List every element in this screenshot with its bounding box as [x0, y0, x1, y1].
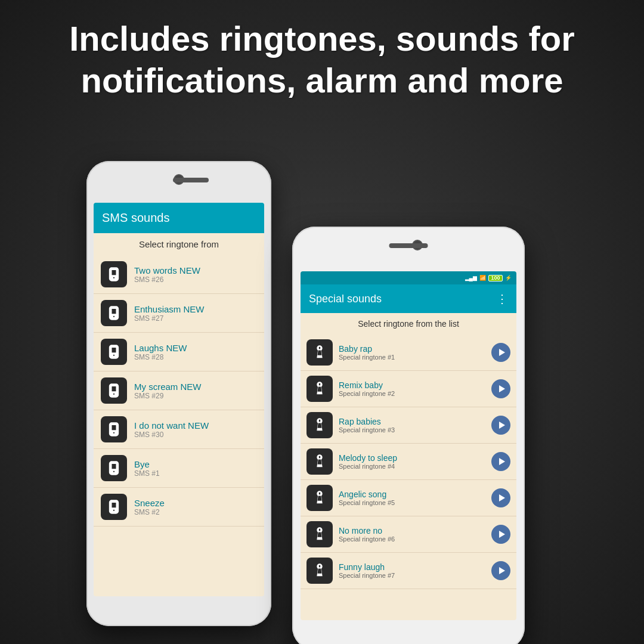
special-item-3[interactable]: Melody to sleep Special ringtone #4 — [301, 444, 516, 480]
sms-item-text-4: I do not want NEW SMS #30 — [134, 420, 257, 439]
sms-item-6[interactable]: Sneeze SMS #2 — [94, 488, 264, 527]
sms-item-text-2: Laughs NEW SMS #28 — [134, 343, 257, 361]
special-item-icon-2 — [306, 412, 333, 438]
special-app-bar: Special sounds ⋮ — [301, 284, 516, 313]
sms-item-subtitle-5: SMS #1 — [134, 469, 257, 478]
special-item-title-6: Funny laugh — [339, 562, 485, 572]
special-item-icon-6 — [306, 558, 333, 584]
sms-item-title-5: Bye — [134, 459, 257, 469]
phone2-shell: ▂▄▆ 📶 100 ⚡ Special sounds ⋮ Select ring… — [292, 227, 525, 644]
sms-list-header: Select ringtone from — [94, 233, 264, 255]
sms-item-text-1: Enthusiasm NEW SMS #27 — [134, 304, 257, 323]
sms-item-icon-4 — [101, 416, 127, 442]
sms-item-subtitle-0: SMS #26 — [134, 275, 257, 284]
special-item-title-2: Rap babies — [339, 417, 485, 426]
more-options-icon[interactable]: ⋮ — [496, 292, 508, 306]
sms-item-subtitle-6: SMS #2 — [134, 508, 257, 516]
special-item-title-1: Remix baby — [339, 380, 485, 390]
phone1-screen: SMS sounds Select ringtone from Two word… — [94, 203, 264, 596]
phone1-shell: SMS sounds Select ringtone from Two word… — [86, 161, 271, 626]
special-item-text-2: Rap babies Special ringtone #3 — [339, 417, 485, 434]
special-item-1[interactable]: Remix baby Special ringtone #2 — [301, 371, 516, 407]
phone2: ▂▄▆ 📶 100 ⚡ Special sounds ⋮ Select ring… — [292, 227, 525, 644]
phone2-screen: ▂▄▆ 📶 100 ⚡ Special sounds ⋮ Select ring… — [301, 271, 516, 620]
sms-item-subtitle-1: SMS #27 — [134, 314, 257, 323]
special-item-icon-3 — [306, 448, 333, 475]
play-button-4[interactable] — [491, 488, 510, 507]
special-item-subtitle-6: Special ringtone #7 — [339, 572, 485, 579]
play-button-3[interactable] — [491, 452, 510, 471]
sms-item-text-6: Sneeze SMS #2 — [134, 498, 257, 516]
special-item-icon-0 — [306, 339, 333, 366]
special-item-text-0: Baby rap Special ringtone #1 — [339, 344, 485, 361]
special-item-text-1: Remix baby Special ringtone #2 — [339, 380, 485, 397]
special-item-2[interactable]: Rap babies Special ringtone #3 — [301, 407, 516, 444]
sms-item-icon-1 — [101, 300, 127, 326]
header-line1: Includes ringtones, sounds for — [69, 19, 575, 58]
header-line2: notifications, alarm and more — [81, 61, 564, 100]
special-item-5[interactable]: No more no Special ringtone #6 — [301, 516, 516, 553]
sms-item-subtitle-4: SMS #30 — [134, 431, 257, 439]
play-button-1[interactable] — [491, 379, 510, 398]
special-item-icon-1 — [306, 376, 333, 402]
header-text: Includes ringtones, sounds for notificat… — [0, 18, 644, 101]
sms-item-2[interactable]: Laughs NEW SMS #28 — [94, 333, 264, 371]
special-item-title-4: Angelic song — [339, 490, 485, 499]
phone1-speaker — [173, 178, 209, 182]
special-item-subtitle-5: Special ringtone #6 — [339, 535, 485, 543]
sms-item-subtitle-2: SMS #28 — [134, 353, 257, 361]
sms-item-4[interactable]: I do not want NEW SMS #30 — [94, 410, 264, 449]
play-button-2[interactable] — [491, 416, 510, 435]
special-item-0[interactable]: Baby rap Special ringtone #1 — [301, 335, 516, 371]
special-item-subtitle-2: Special ringtone #3 — [339, 426, 485, 434]
special-item-text-5: No more no Special ringtone #6 — [339, 526, 485, 543]
play-button-5[interactable] — [491, 525, 510, 544]
special-item-subtitle-1: Special ringtone #2 — [339, 390, 485, 397]
special-item-title-3: Melody to sleep — [339, 453, 485, 463]
sms-item-icon-0 — [101, 261, 127, 287]
special-item-text-4: Angelic song Special ringtone #5 — [339, 490, 485, 506]
sms-item-title-4: I do not want NEW — [134, 420, 257, 431]
special-item-6[interactable]: Funny laugh Special ringtone #7 — [301, 553, 516, 589]
play-button-6[interactable] — [491, 561, 510, 580]
sms-item-subtitle-3: SMS #29 — [134, 392, 257, 400]
charge-icon: ⚡ — [505, 275, 512, 281]
sms-app-bar-title: SMS sounds — [102, 211, 169, 225]
special-item-title-0: Baby rap — [339, 344, 485, 354]
special-item-icon-4 — [306, 485, 333, 511]
sms-item-icon-5 — [101, 455, 127, 481]
special-item-text-6: Funny laugh Special ringtone #7 — [339, 562, 485, 579]
sms-item-text-3: My scream NEW SMS #29 — [134, 382, 257, 400]
sms-item-title-6: Sneeze — [134, 498, 257, 508]
sms-item-title-2: Laughs NEW — [134, 343, 257, 353]
special-item-title-5: No more no — [339, 526, 485, 535]
sms-item-text-0: Two words NEW SMS #26 — [134, 265, 257, 284]
special-list-header: Select ringtone from the list — [301, 313, 516, 335]
sms-item-title-1: Enthusiasm NEW — [134, 304, 257, 314]
sms-item-0[interactable]: Two words NEW SMS #26 — [94, 255, 264, 294]
sms-app-bar: SMS sounds — [94, 203, 264, 233]
sms-item-title-3: My scream NEW — [134, 382, 257, 392]
signal-icon: ▂▄▆ — [465, 275, 477, 281]
phone2-speaker — [389, 243, 428, 248]
sms-item-icon-6 — [101, 494, 127, 520]
sms-item-icon-2 — [101, 339, 127, 365]
special-item-subtitle-3: Special ringtone #4 — [339, 463, 485, 470]
sms-item-1[interactable]: Enthusiasm NEW SMS #27 — [94, 294, 264, 333]
sms-item-5[interactable]: Bye SMS #1 — [94, 449, 264, 488]
wifi-icon: 📶 — [479, 275, 486, 281]
special-item-4[interactable]: Angelic song Special ringtone #5 — [301, 480, 516, 516]
special-item-text-3: Melody to sleep Special ringtone #4 — [339, 453, 485, 470]
phone1: SMS sounds Select ringtone from Two word… — [86, 161, 271, 626]
play-button-0[interactable] — [491, 343, 510, 362]
battery-icon: 100 — [488, 275, 503, 281]
sms-item-icon-3 — [101, 377, 127, 404]
special-item-icon-5 — [306, 521, 333, 547]
sms-item-text-5: Bye SMS #1 — [134, 459, 257, 478]
special-app-bar-title: Special sounds — [309, 293, 382, 305]
status-bar: ▂▄▆ 📶 100 ⚡ — [301, 271, 516, 284]
special-item-subtitle-4: Special ringtone #5 — [339, 499, 485, 506]
special-item-subtitle-0: Special ringtone #1 — [339, 354, 485, 361]
sms-item-3[interactable]: My scream NEW SMS #29 — [94, 371, 264, 410]
sms-item-title-0: Two words NEW — [134, 265, 257, 275]
